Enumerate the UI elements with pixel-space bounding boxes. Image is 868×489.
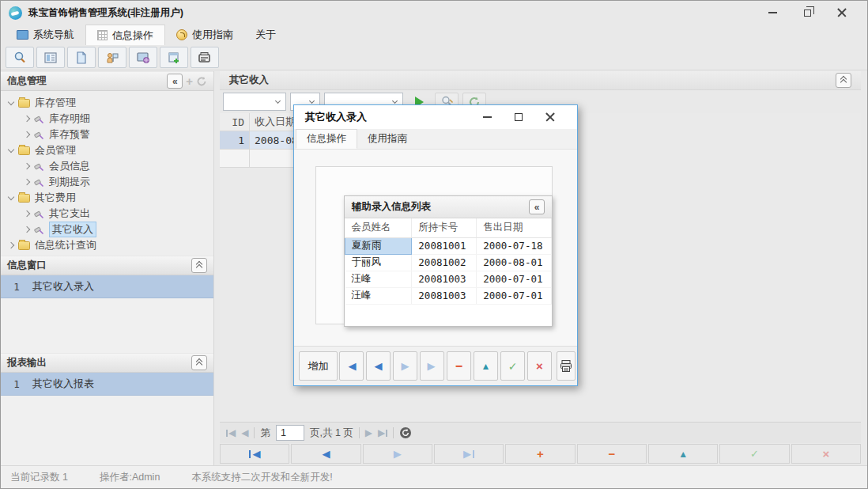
cross-icon: × <box>536 359 543 373</box>
nav-first-button[interactable]: ◀ <box>220 444 289 464</box>
helper-row[interactable]: 汪峰 20081003 2000-07-01 <box>345 287 552 304</box>
col-sell-date[interactable]: 售出日期 <box>477 218 552 237</box>
window-controls <box>755 2 859 24</box>
page-number-input[interactable] <box>276 425 304 441</box>
nav-confirm-button[interactable]: ✓ <box>719 444 789 464</box>
chevron-up-double-icon <box>197 358 202 367</box>
nav-next-button[interactable]: ▶ <box>363 444 432 464</box>
collapse-left-icon: « <box>172 76 178 87</box>
minimize-button[interactable] <box>755 2 790 24</box>
tree-item-inventory-mgmt[interactable]: 库存管理 <box>1 95 213 111</box>
plus-icon: + <box>537 447 544 461</box>
app-window: 珠宝首饰销售管理系统(非注册用户) 系统导航 信息操作 使用指南 关于 <box>0 0 868 489</box>
tree-item-info-stats-query[interactable]: 信息统计查询 <box>1 237 213 253</box>
menu-item-system-nav[interactable]: 系统导航 <box>6 25 85 45</box>
nav-edit-button[interactable]: ▲ <box>648 444 718 464</box>
restore-button[interactable] <box>790 2 825 24</box>
row-label: 其它收入录入 <box>32 279 94 294</box>
page-prev-button[interactable]: ◀ <box>241 427 248 438</box>
menu-item-guide[interactable]: 使用指南 <box>165 25 244 45</box>
dlg-edit-button[interactable]: ▲ <box>474 351 498 381</box>
dialog-title-bar: 其它收入录入 <box>294 105 577 129</box>
grid-cell-id: 1 <box>220 131 250 150</box>
tree-item-member-mgmt[interactable]: 会员管理 <box>1 142 213 158</box>
document-button[interactable] <box>67 47 96 68</box>
nav-prev-button[interactable]: ◀ <box>291 444 360 464</box>
title-bar: 珠宝首饰销售管理系统(非注册用户) <box>1 1 867 25</box>
refresh-icon[interactable] <box>196 76 207 87</box>
collapse-left-icon: « <box>534 202 540 213</box>
caret-down-icon <box>8 98 14 104</box>
close-button[interactable] <box>825 2 859 24</box>
dlg-prev-button[interactable]: ◀ <box>366 351 391 381</box>
form-list-button[interactable] <box>36 47 65 68</box>
tab-info-ops[interactable]: 信息操作 <box>296 129 357 149</box>
user-report-button[interactable] <box>98 47 126 68</box>
dialog-minimize-button[interactable] <box>471 107 503 127</box>
caret-right-icon <box>24 179 30 185</box>
helper-row[interactable]: 汪峰 20081003 2000-07-01 <box>345 271 552 287</box>
cell-sell-date: 2000-07-18 <box>477 237 552 254</box>
refresh-pages-button[interactable] <box>399 426 412 439</box>
tree-item-other-income[interactable]: 其它收入 <box>1 222 213 237</box>
dlg-last-button[interactable]: ▶ <box>420 351 444 381</box>
tree-item-inventory-detail[interactable]: 库存明细 <box>1 111 213 127</box>
tab-guide[interactable]: 使用指南 <box>357 129 417 149</box>
col-card-number[interactable]: 所持卡号 <box>412 218 477 237</box>
dlg-first-button[interactable]: ◀ <box>339 351 364 381</box>
dlg-next-button[interactable]: ▶ <box>393 351 417 381</box>
window-add-button[interactable] <box>160 47 188 68</box>
dlg-print-button[interactable] <box>557 351 576 381</box>
nav-last-button[interactable]: ▶ <box>434 444 504 464</box>
collapse-up-button[interactable] <box>191 355 207 370</box>
tree-item-expiry-reminder[interactable]: 到期提示 <box>1 174 213 190</box>
helper-row[interactable]: 夏新雨 20081001 2000-07-18 <box>345 237 552 254</box>
report-output-row[interactable]: 1 其它收入报表 <box>1 373 213 396</box>
tool-icon <box>34 177 44 188</box>
add-record-button[interactable]: 增加 <box>299 351 338 381</box>
nav-delete-button[interactable]: − <box>577 444 647 464</box>
tree-item-other-fees[interactable]: 其它费用 <box>1 190 213 206</box>
document-icon <box>74 51 89 65</box>
collapse-list-button[interactable]: « <box>529 199 545 214</box>
helper-row[interactable]: 于丽风 20081002 2000-08-01 <box>345 254 552 271</box>
monitor-globe-button[interactable] <box>129 47 157 68</box>
tab-label: 信息操作 <box>307 132 346 146</box>
menu-label: 使用指南 <box>192 28 233 42</box>
info-window-row[interactable]: 1 其它收入录入 <box>1 275 213 298</box>
page-last-button[interactable]: ▶ <box>378 427 387 438</box>
info-window-header: 信息窗口 <box>1 256 213 275</box>
tree-item-inventory-alert[interactable]: 库存预警 <box>1 127 213 142</box>
dialog-maximize-button[interactable] <box>503 107 534 127</box>
collapse-up-button[interactable] <box>191 258 207 273</box>
page-next-button[interactable]: ▶ <box>365 427 372 438</box>
page-first-button[interactable]: ◀ <box>226 427 236 438</box>
filter-dropdown-1[interactable] <box>223 93 286 111</box>
dlg-cancel-button[interactable]: × <box>527 351 552 381</box>
nav-add-button[interactable]: + <box>505 444 575 464</box>
tree-item-other-expense[interactable]: 其它支出 <box>1 206 213 222</box>
add-icon[interactable]: + <box>186 75 193 87</box>
menu-item-about[interactable]: 关于 <box>244 25 287 45</box>
sidebar: 信息管理 « + 库存管理 库存明细 <box>1 71 214 465</box>
collapse-up-button[interactable] <box>836 73 851 88</box>
printer-tray-button[interactable] <box>191 47 219 68</box>
helper-header-row: 会员姓名 所持卡号 售出日期 <box>345 218 552 237</box>
col-member-name[interactable]: 会员姓名 <box>345 218 412 237</box>
caret-right-icon <box>8 242 14 248</box>
tree-label: 信息统计查询 <box>35 238 96 252</box>
main-panel-title: 其它收入 <box>229 74 269 87</box>
grid-col-id: ID <box>220 113 250 131</box>
tree-label-selected: 其它收入 <box>49 222 96 237</box>
collapse-panel-button[interactable]: « <box>167 74 183 89</box>
search-button[interactable] <box>6 47 34 68</box>
chevron-down-icon <box>392 98 398 104</box>
nav-cancel-button[interactable]: × <box>791 444 861 464</box>
tree-item-member-info[interactable]: 会员信息 <box>1 158 213 174</box>
dialog-close-button[interactable] <box>534 107 566 127</box>
help-icon <box>176 29 187 40</box>
menu-item-info-ops[interactable]: 信息操作 <box>85 25 165 45</box>
dlg-confirm-button[interactable]: ✓ <box>500 351 525 381</box>
helper-list-table: 会员姓名 所持卡号 售出日期 夏新雨 20081001 2000-07-18 于… <box>345 218 552 305</box>
dlg-delete-button[interactable]: − <box>447 351 471 381</box>
